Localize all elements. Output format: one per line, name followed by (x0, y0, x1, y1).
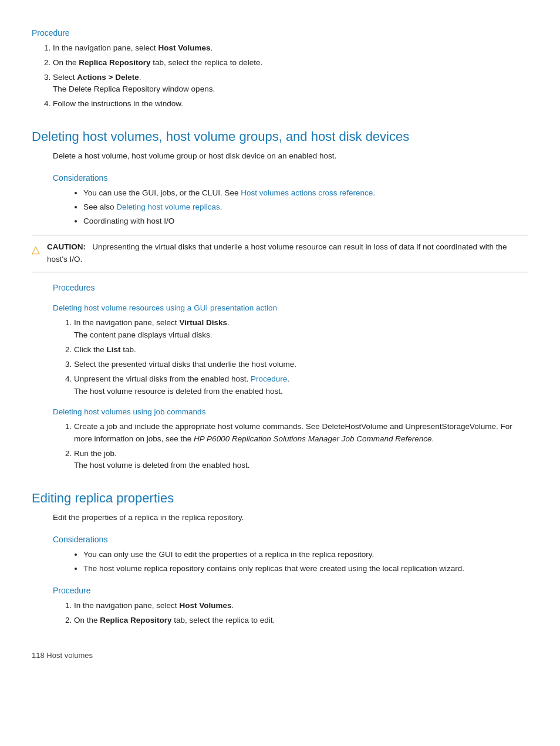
considerations-heading-1: Considerations (53, 172, 528, 185)
section2-procedure: Procedure In the navigation pane, select… (53, 585, 528, 627)
sp2-step-2: Run the job. The host volume is deleted … (74, 448, 528, 472)
consideration-2-1: You can only use the GUI to edit the pro… (83, 549, 528, 561)
sub-procedure-2-list: Create a job and include the appropriate… (74, 421, 528, 472)
sp1-step-4: Unpresent the virtual disks from the ena… (74, 373, 528, 398)
consideration-2-2: The host volume replica repository conta… (83, 563, 528, 575)
caution-text: CAUTION: Unpresenting the virtual disks … (47, 241, 522, 266)
section1-heading: Deleting host volumes, host volume group… (32, 127, 528, 147)
section2-intro: Edit the properties of a replica in the … (53, 512, 528, 524)
sp1-step-4-note: The host volume resource is deleted from… (74, 386, 528, 398)
considerations-heading-2: Considerations (53, 534, 528, 546)
consideration-1-1: You can use the GUI, jobs, or the CLUI. … (83, 187, 528, 200)
step-4: Follow the instructions in the window. (53, 98, 528, 110)
sp1-step-1-note: The content pane displays virtual disks. (74, 329, 528, 342)
sp2-step-2-note: The host volume is deleted from the enab… (74, 460, 528, 472)
sub-procedure-1-heading: Deleting host volume resources using a G… (53, 302, 528, 315)
step-1: In the navigation pane, select Host Volu… (53, 42, 528, 55)
step-3: Select Actions > Delete. The Delete Repl… (53, 72, 528, 96)
section1-considerations: Considerations You can use the GUI, jobs… (53, 172, 528, 227)
procedures-heading: Procedures (53, 282, 528, 295)
step-2: On the Replica Repository tab, select th… (53, 57, 528, 69)
sp2-step-1: Create a job and include the appropriate… (74, 421, 528, 445)
sp1-step-3: Select the presented virtual disks that … (74, 359, 528, 371)
page-footer: 118 Host volumes (32, 650, 528, 661)
section2-heading: Editing replica properties (32, 488, 528, 508)
s2-step-1: In the navigation pane, select Host Volu… (74, 600, 528, 612)
step-3-note: The Delete Replica Repository window ope… (53, 83, 528, 96)
considerations-list-2: You can only use the GUI to edit the pro… (83, 549, 528, 575)
section1-intro: Delete a host volume, host volume group … (53, 150, 528, 163)
consideration-1-3: Coordinating with host I/O (83, 215, 528, 228)
section1-procedures: Procedures Deleting host volume resource… (53, 282, 528, 472)
consideration-1-2: See also Deleting host volume replicas. (83, 201, 528, 214)
section2-steps: In the navigation pane, select Host Volu… (74, 600, 528, 627)
procedure-bottom-heading: Procedure (53, 585, 528, 598)
sub-procedure-2-heading: Deleting host volumes using job commands (53, 406, 528, 418)
sub-procedure-1-list: In the navigation pane, select Virtual D… (74, 317, 528, 398)
considerations-list-1: You can use the GUI, jobs, or the CLUI. … (83, 187, 528, 228)
caution-box: △ CAUTION: Unpresenting the virtual disk… (32, 235, 528, 272)
s2-step-2: On the Replica Repository tab, select th… (74, 615, 528, 627)
link-deleting-replicas[interactable]: Deleting host volume replicas (116, 202, 220, 211)
caution-triangle-icon: △ (32, 242, 40, 258)
caution-body: Unpresenting the virtual disks that unde… (47, 242, 507, 264)
section2-considerations: Considerations You can only use the GUI … (53, 534, 528, 575)
link-host-volumes-cross-ref[interactable]: Host volumes actions cross reference (241, 188, 373, 197)
sp1-step-1: In the navigation pane, select Virtual D… (74, 317, 528, 342)
procedure-top-list: In the navigation pane, select Host Volu… (53, 42, 528, 111)
procedure-top-section: Procedure In the navigation pane, select… (32, 27, 528, 110)
sp1-step-2: Click the List tab. (74, 344, 528, 356)
link-procedure[interactable]: Procedure (251, 374, 287, 383)
procedure-top-heading: Procedure (32, 27, 528, 40)
